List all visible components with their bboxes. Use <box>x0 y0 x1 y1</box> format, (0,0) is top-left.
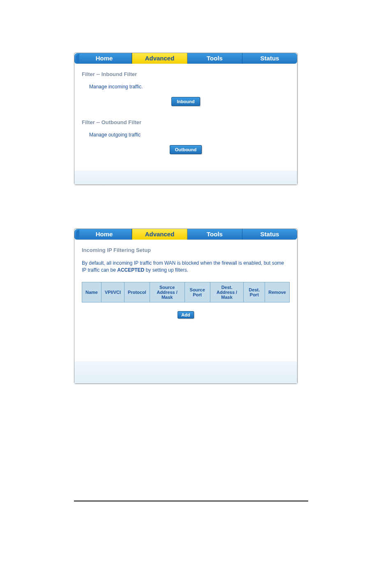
ip-filter-desc: By default, all incoming IP traffic from… <box>82 260 290 274</box>
panel2-content: Incoming IP Filtering Setup By default, … <box>74 240 297 323</box>
outbound-filter-desc: Manage outgoing traffic <box>89 132 290 138</box>
inbound-filter-title: Filter -- Inbound Filter <box>82 71 290 77</box>
tab-tools-2[interactable]: Tools <box>187 229 242 240</box>
nav-tabs-2: Home Advanced Tools Status <box>74 229 297 240</box>
tab-tools[interactable]: Tools <box>187 53 242 64</box>
th-remove: Remove <box>265 282 290 302</box>
outbound-button[interactable]: Outbound <box>170 145 202 154</box>
inbound-button[interactable]: Inbound <box>171 97 200 106</box>
tab-advanced[interactable]: Advanced <box>132 53 187 64</box>
table-header-row: Name VPI/VCI Protocol Source Address / M… <box>82 282 290 302</box>
filter-panel: Home Advanced Tools Status Filter -- Inb… <box>74 53 297 185</box>
outbound-filter-title: Filter -- Outbound Filter <box>82 119 290 125</box>
th-dest-port: Dest. Port <box>244 282 265 302</box>
inbound-btn-row: Inbound <box>82 97 290 106</box>
nav-tabs: Home Advanced Tools Status <box>74 53 297 64</box>
desc-post: by setting up filters. <box>144 267 188 273</box>
tab-home[interactable]: Home <box>74 53 132 64</box>
add-button[interactable]: Add <box>178 311 194 319</box>
panel1-footer <box>74 171 297 185</box>
page-footer-rule <box>74 501 308 501</box>
th-protocol: Protocol <box>125 282 150 302</box>
ip-filter-panel: Home Advanced Tools Status Incoming IP F… <box>74 229 297 384</box>
tab-advanced-2[interactable]: Advanced <box>132 229 187 240</box>
th-name: Name <box>82 282 101 302</box>
th-source-addr: Source Address / Mask <box>150 282 184 302</box>
add-btn-row: Add <box>82 311 290 319</box>
th-dest-addr: Dest. Address / Mask <box>210 282 244 302</box>
filter-table: Name VPI/VCI Protocol Source Address / M… <box>82 282 290 302</box>
th-source-port: Source Port <box>184 282 210 302</box>
tab-status[interactable]: Status <box>242 53 297 64</box>
panel1-content: Filter -- Inbound Filter Manage incoming… <box>74 64 297 172</box>
desc-bold: ACCEPTED <box>117 267 144 273</box>
inbound-filter-desc: Manage incoming traffic. <box>89 84 290 90</box>
outbound-btn-row: Outbound <box>82 145 290 154</box>
panel2-footer <box>74 361 297 383</box>
th-vpivci: VPI/VCI <box>101 282 124 302</box>
ip-filter-title: Incoming IP Filtering Setup <box>82 247 290 253</box>
tab-home-2[interactable]: Home <box>74 229 132 240</box>
tab-status-2[interactable]: Status <box>242 229 297 240</box>
